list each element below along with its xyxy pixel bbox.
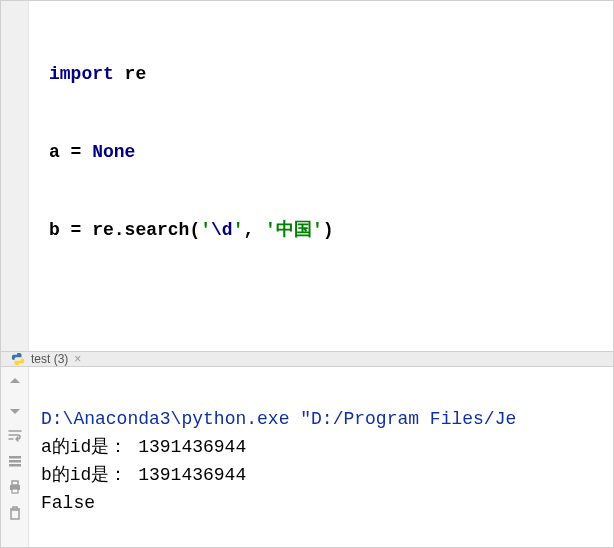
editor-gutter <box>1 1 29 351</box>
code-line: a = None <box>49 139 613 165</box>
run-tabbar: test (3) × <box>1 351 613 367</box>
ide-window: import re a = None b = re.search('\d', '… <box>0 0 614 548</box>
svg-rect-3 <box>9 456 21 459</box>
wrap-icon[interactable] <box>7 427 23 443</box>
run-toolwindow: D:\Anaconda3\python.exe "D:/Program File… <box>1 367 613 547</box>
arrow-up-icon[interactable] <box>7 375 23 391</box>
keyword: None <box>92 139 135 165</box>
console-line: a的id是： 1391436944 <box>41 437 246 457</box>
code-text: ) <box>323 217 334 243</box>
arrow-down-icon[interactable] <box>7 401 23 417</box>
code-text: re <box>114 61 146 87</box>
code-text: , <box>243 217 265 243</box>
console-toolbar <box>1 367 29 547</box>
svg-rect-4 <box>9 460 21 463</box>
print-icon[interactable] <box>7 479 23 495</box>
svg-rect-7 <box>12 481 18 485</box>
code-line <box>49 295 613 321</box>
code-area[interactable]: import re a = None b = re.search('\d', '… <box>29 1 613 351</box>
close-icon[interactable]: × <box>74 352 81 366</box>
console-line: b的id是： 1391436944 <box>41 465 246 485</box>
trash-icon[interactable] <box>7 505 23 521</box>
console-line: False <box>41 493 95 513</box>
code-line: b = re.search('\d', '中国') <box>49 217 613 243</box>
code-text: a = <box>49 139 92 165</box>
string: '中国' <box>265 217 323 243</box>
code-line: import re <box>49 61 613 87</box>
string: '\d' <box>200 217 243 243</box>
run-tab-label: test (3) <box>31 352 68 366</box>
svg-rect-9 <box>11 510 19 519</box>
keyword: import <box>49 61 114 87</box>
stack-icon[interactable] <box>7 453 23 469</box>
code-text: b = re.search( <box>49 217 200 243</box>
console-command: D:\Anaconda3\python.exe "D:/Program File… <box>41 409 516 429</box>
svg-rect-5 <box>9 464 21 467</box>
svg-rect-8 <box>12 489 18 493</box>
console-output[interactable]: D:\Anaconda3\python.exe "D:/Program File… <box>29 367 613 547</box>
run-tab[interactable]: test (3) × <box>1 352 91 366</box>
code-editor[interactable]: import re a = None b = re.search('\d', '… <box>1 1 613 351</box>
python-icon <box>11 352 25 366</box>
